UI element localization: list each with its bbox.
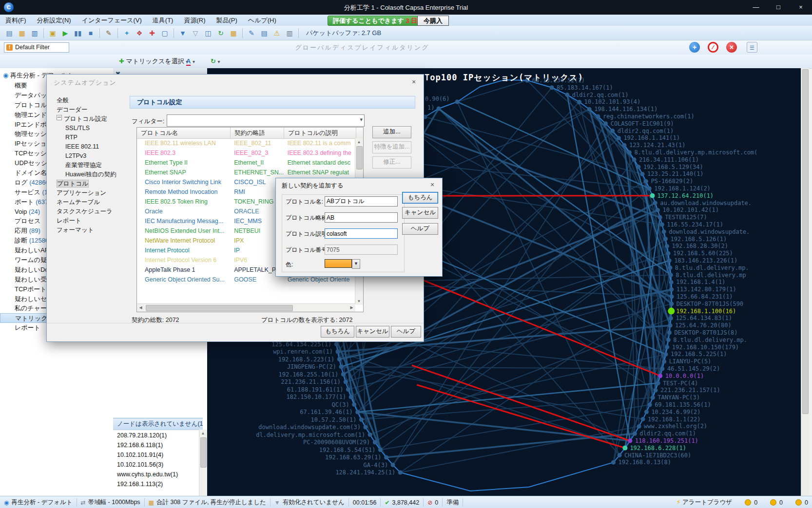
node-dot[interactable] — [363, 425, 367, 430]
matrix-node-label[interactable]: 192.168.1.141(1) — [623, 134, 680, 141]
matrix-node-label[interactable]: 128.241.194.25(1) — [335, 469, 395, 476]
field-input-3[interactable] — [325, 228, 398, 239]
options-dialog-titlebar[interactable]: システムオプション × — [47, 75, 424, 89]
menu-item[interactable]: 分析設定(N) — [32, 17, 77, 24]
options-tree-item-タスクスケジューラ[interactable]: タスクスケジューラ — [55, 207, 128, 216]
matrix-node-label[interactable]: download.windowsupdate.com(3) — [258, 424, 361, 431]
matrix-node-label[interactable]: 8.tlu.dl.delivery.mp. — [675, 264, 749, 271]
toolbar-icon[interactable]: ■ — [85, 28, 97, 38]
node-dot[interactable] — [335, 350, 340, 354]
node-dot[interactable] — [640, 172, 645, 176]
node-list-scrollbar[interactable]: ▲ ▼ — [199, 430, 207, 496]
node-dot[interactable] — [622, 446, 627, 451]
table-row[interactable]: Ethernet SNAPETHERNET_SN...Ethernet SNAP… — [137, 168, 355, 177]
node-dot[interactable] — [653, 388, 657, 393]
options-tree-item-産業管理協定[interactable]: 産業管理協定 — [55, 161, 128, 170]
matrix-node-label[interactable]: 123.25.21.140(1) — [647, 170, 704, 177]
matrix-node-label[interactable]: 8.tlu.dl.delivery.mp — [676, 272, 746, 279]
node-dot[interactable] — [656, 208, 660, 212]
node-dot[interactable] — [617, 136, 621, 140]
add-cancel-button[interactable]: キャンセル — [402, 207, 438, 219]
matrix-node-label[interactable]: 118.160.195.251(1) — [635, 437, 698, 444]
field-input-2[interactable] — [325, 212, 398, 223]
node-dot[interactable] — [668, 308, 675, 315]
options-close-icon[interactable]: × — [409, 77, 419, 86]
node-dot[interactable] — [587, 107, 592, 112]
options-help-button[interactable]: ヘルプ — [391, 326, 421, 338]
close-button[interactable]: × — [790, 0, 812, 15]
options-ok-button[interactable]: もちろん — [321, 326, 354, 338]
toolbar-icon[interactable]: ▦ — [16, 28, 28, 38]
toolbar-icon[interactable]: ▢ — [159, 28, 171, 38]
matrix-node-label[interactable]: 192.168.1.4(1) — [676, 279, 725, 285]
toolbar-icon[interactable]: ✎ — [103, 28, 115, 38]
options-tree-item-全般[interactable]: 全般 — [55, 96, 128, 105]
matrix-node-label[interactable]: 8.tlu.dl.delivery.mp.microsoft.com( — [634, 149, 757, 156]
minimize-button[interactable]: — — [745, 0, 767, 15]
matrix-node-label[interactable]: 125.64.134.83(1) — [676, 315, 732, 321]
toolbar-icon[interactable]: ◫ — [202, 28, 214, 38]
matrix-node-label[interactable]: 116.55.234.17(1) — [667, 221, 723, 228]
toolbar-icon[interactable]: ⚠ — [271, 28, 283, 38]
node-dot[interactable] — [610, 129, 615, 133]
matrix-node-label[interactable]: 192.168.1.100(16) — [676, 308, 736, 315]
alert-browser[interactable]: ⚡ アラートブラウザ — [677, 498, 732, 507]
matrix-node-label[interactable]: 85.183.14.167(1) — [557, 84, 613, 91]
node-dot[interactable] — [656, 381, 660, 385]
add-ok-button[interactable]: もちろん — [402, 192, 438, 204]
matrix-node-label[interactable]: dl.delivery.mp.microsoft.com(1) — [256, 432, 365, 438]
maximize-button[interactable]: □ — [767, 0, 790, 15]
toolbar-icon[interactable]: ▮▮ — [72, 28, 84, 38]
node-dot[interactable] — [344, 380, 348, 384]
field-input-1[interactable] — [325, 196, 398, 207]
protocol-filter-combo[interactable]: ▾ — [167, 114, 365, 127]
node-dot[interactable] — [577, 100, 581, 104]
matrix-node-label[interactable]: 8.tlu.dl.delivery.mp. — [673, 337, 747, 343]
alert-counter[interactable]: 0 — [770, 499, 783, 506]
node-dot[interactable] — [666, 251, 671, 256]
matrix-node-label[interactable]: 0.90(6) — [425, 95, 450, 102]
node-dot[interactable] — [660, 223, 664, 227]
matrix-node-label[interactable]: 192.168.255.10(1) — [278, 371, 338, 378]
matrix-node-label[interactable]: LIANYU-PC(5) — [669, 358, 712, 365]
toolbar-icon[interactable]: ✦ — [121, 28, 133, 38]
node-dot[interactable] — [658, 215, 662, 220]
node-dot[interactable] — [627, 151, 632, 155]
matrix-select-dropdown[interactable]: ✚ マトリックスを選択 ▾ — [119, 56, 188, 66]
node-dot[interactable] — [455, 100, 460, 104]
matrix-node-label[interactable]: DESKTOP-87T01JS(590 — [677, 301, 743, 307]
table-hscrollbar[interactable]: ◀ ▶ — [137, 303, 355, 312]
table-header-0[interactable]: プロトコル名 — [137, 128, 231, 138]
options-tree-item-プロトコル[interactable]: プロトコル — [55, 179, 128, 188]
buy-now-button[interactable]: 今購入 — [417, 16, 449, 26]
node-dot[interactable] — [648, 403, 652, 407]
matrix-node-label[interactable]: PS-166829(2) — [651, 178, 693, 185]
add-dialog-titlebar[interactable]: 新しい契約を追加する × — [276, 178, 442, 191]
matrix-node-label[interactable]: 61.188.191.61(1) — [287, 386, 344, 393]
matrix-node-label[interactable]: 192.168.1.1(22) — [648, 416, 700, 423]
table-header-2[interactable]: プロトコルの説明 — [284, 128, 356, 138]
options-tree-item-RTP[interactable]: RTP — [55, 133, 128, 142]
toolbar-icon[interactable]: ✚ — [146, 28, 158, 38]
node-dot[interactable] — [668, 323, 673, 328]
node-dot[interactable] — [669, 273, 673, 277]
matrix-node-label[interactable]: 64.13.134.52(1) — [532, 77, 585, 84]
toolbar-icon[interactable]: ✎ — [246, 28, 257, 38]
node-dot[interactable] — [334, 342, 339, 346]
matrix-node-label[interactable]: 123.124.21.43(1) — [629, 142, 686, 149]
node-dot[interactable] — [650, 193, 655, 198]
node-dot[interactable] — [669, 287, 674, 292]
collapse-icon[interactable] — [57, 115, 62, 120]
node-dot[interactable] — [359, 417, 364, 422]
matrix-node-label[interactable]: DESKTOP-87T01JS(8) — [674, 329, 737, 336]
matrix-node-label[interactable]: 10.102.101.42(1) — [662, 207, 719, 213]
matrix-node-label[interactable]: 183.146.213.226(1) — [674, 257, 737, 264]
matrix-node-label[interactable]: 198.144.116.134(1) — [594, 106, 657, 113]
toolbar-icon[interactable]: ▤ — [3, 28, 15, 38]
clear-filter-icon[interactable]: × — [726, 42, 737, 53]
node-dot[interactable] — [669, 301, 674, 306]
node-dot[interactable] — [644, 179, 648, 184]
node-dot[interactable] — [633, 432, 637, 436]
matrix-node-label[interactable]: 216.34.111.106(1) — [639, 156, 699, 163]
matrix-node-label[interactable]: 46.51.145.29(2) — [667, 365, 720, 372]
